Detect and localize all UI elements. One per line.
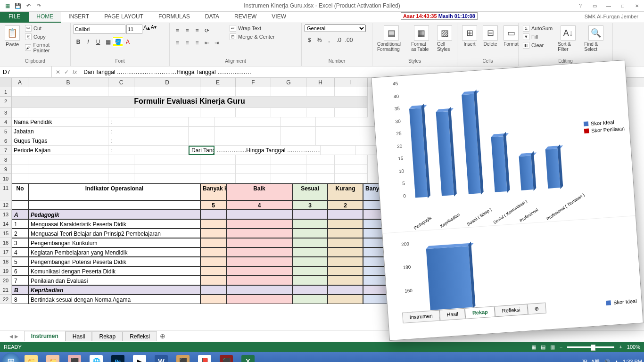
cell[interactable]: [200, 165, 236, 174]
autosum-button[interactable]: ΣAutoSum: [521, 25, 554, 32]
paste-button[interactable]: 📋Paste: [3, 25, 22, 48]
cell[interactable]: No: [12, 183, 28, 200]
cell[interactable]: [200, 87, 236, 97]
cell[interactable]: [328, 210, 363, 219]
cell[interactable]: [335, 87, 368, 97]
view-normal-icon[interactable]: ▦: [531, 344, 536, 350]
cell[interactable]: [200, 155, 236, 165]
tab-insert[interactable]: INSERT: [61, 12, 97, 23]
cell[interactable]: [306, 165, 335, 174]
cell[interactable]: [306, 174, 335, 183]
cell[interactable]: Komunikasi dengan Peserta Didik: [28, 266, 200, 276]
cell[interactable]: [292, 219, 328, 229]
insert-cells-button[interactable]: ⊞Insert: [460, 25, 479, 48]
align-bottom-icon[interactable]: ≡: [192, 26, 202, 35]
font-color-button[interactable]: A: [123, 37, 132, 47]
cell[interactable]: Kepribadian: [28, 285, 200, 295]
cell[interactable]: Penilaian dan Evaluasi: [28, 276, 200, 285]
name-box[interactable]: D7: [0, 66, 52, 77]
cell[interactable]: [28, 200, 200, 210]
cell[interactable]: [108, 174, 134, 183]
cell[interactable]: [292, 210, 328, 219]
cell[interactable]: [292, 266, 328, 276]
row-header[interactable]: 6: [0, 136, 12, 146]
row-header[interactable]: 20: [0, 276, 12, 285]
row-header[interactable]: 4: [0, 117, 12, 127]
row-header[interactable]: 10: [0, 174, 12, 183]
cell[interactable]: [328, 238, 363, 247]
cell[interactable]: Nama Pendidik: [12, 117, 108, 127]
undo-icon[interactable]: ↶: [25, 2, 32, 9]
cell[interactable]: 6: [12, 266, 28, 276]
cell[interactable]: [306, 87, 335, 97]
cell[interactable]: [328, 295, 363, 304]
format-cells-button[interactable]: ▭Format: [502, 25, 520, 48]
tray-icon[interactable]: ▲: [614, 359, 619, 362]
cell[interactable]: Pengembangan Potensi Peserta Didik: [28, 257, 200, 266]
decrease-font-icon[interactable]: A▾: [151, 25, 157, 34]
cell[interactable]: [316, 136, 351, 146]
cell[interactable]: [189, 117, 215, 127]
border-button[interactable]: ▦: [103, 37, 113, 47]
cell[interactable]: [28, 155, 108, 165]
cell[interactable]: Sesuai: [292, 183, 328, 200]
col-header[interactable]: I: [335, 78, 368, 87]
cell[interactable]: [316, 127, 351, 136]
cell[interactable]: [226, 295, 292, 304]
col-header[interactable]: G: [271, 78, 306, 87]
cell[interactable]: [108, 165, 134, 174]
cell[interactable]: [236, 165, 271, 174]
row-header[interactable]: 11: [0, 183, 12, 200]
cell[interactable]: 1: [12, 219, 28, 229]
cell[interactable]: [200, 285, 226, 295]
cell[interactable]: [12, 87, 28, 97]
cell[interactable]: Dari Tanggal ………………: [189, 146, 215, 155]
cell[interactable]: :: [108, 146, 189, 155]
cell[interactable]: [328, 219, 363, 229]
cell[interactable]: [226, 266, 292, 276]
dec-decimal-icon[interactable]: .00: [344, 35, 354, 45]
help-icon[interactable]: ?: [573, 0, 587, 11]
otab-refleksi[interactable]: Refleksi: [495, 304, 528, 317]
cell[interactable]: [226, 276, 292, 285]
sort-filter-button[interactable]: A↓Sort & Filter: [556, 25, 580, 53]
cell[interactable]: [215, 117, 281, 127]
cell[interactable]: [134, 108, 200, 117]
cell[interactable]: [271, 174, 306, 183]
cell[interactable]: [215, 136, 281, 146]
align-center-icon[interactable]: ≡: [182, 38, 192, 48]
font-size-input[interactable]: [126, 25, 142, 34]
cell[interactable]: [271, 108, 306, 117]
taskbar-app[interactable]: ⬛: [216, 354, 237, 362]
copy-button[interactable]: ⎘Copy: [24, 33, 67, 41]
start-button[interactable]: ⊞: [2, 353, 20, 362]
align-top-icon[interactable]: ≡: [173, 26, 182, 35]
comma-icon[interactable]: ,: [324, 35, 334, 45]
col-header[interactable]: C: [108, 78, 134, 87]
user-account[interactable]: SMK Al-Furqan Jember: [583, 12, 640, 21]
cell[interactable]: [200, 174, 236, 183]
cell[interactable]: 5: [200, 200, 226, 210]
redo-icon[interactable]: ↷: [35, 2, 42, 9]
cut-button[interactable]: ✂Cut: [24, 25, 67, 32]
row-header[interactable]: 1: [0, 87, 12, 97]
new-sheet-button[interactable]: ⊕: [157, 332, 168, 340]
cell[interactable]: [292, 229, 328, 238]
cell[interactable]: B: [12, 285, 28, 295]
cell[interactable]: [200, 257, 226, 266]
tray-ime[interactable]: A般: [591, 358, 600, 362]
zoom-out-button[interactable]: −: [560, 344, 562, 350]
cell[interactable]: [328, 257, 363, 266]
col-header[interactable]: E: [200, 78, 236, 87]
cell[interactable]: [200, 295, 226, 304]
sheet-tab-instrumen[interactable]: Instrumen: [24, 331, 66, 341]
cell[interactable]: Formulir Evaluasi Kinerja Guru: [12, 97, 368, 108]
cell[interactable]: Bertindak sesuai dengan Norma Agama: [28, 295, 200, 304]
cell[interactable]: 4: [12, 247, 28, 257]
cell[interactable]: [316, 117, 351, 127]
cell[interactable]: [215, 127, 281, 136]
row-header[interactable]: 12: [0, 200, 12, 210]
cell[interactable]: 3: [292, 200, 328, 210]
row-header[interactable]: 15: [0, 229, 12, 238]
orientation-icon[interactable]: ⟳: [202, 26, 212, 35]
